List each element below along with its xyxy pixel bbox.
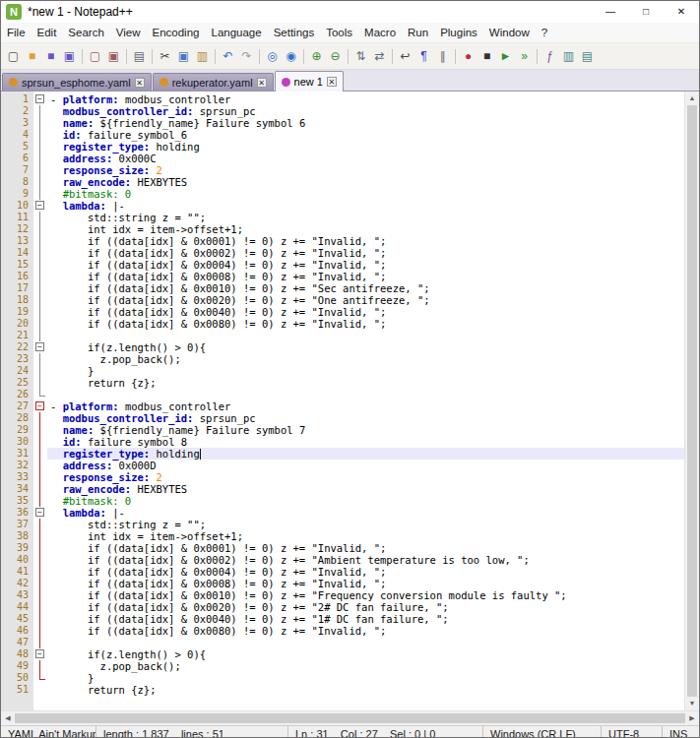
line-number[interactable]: 31 <box>1 448 33 460</box>
save-icon[interactable]: ■ <box>41 47 60 66</box>
line-number[interactable]: 9 <box>1 188 33 200</box>
line-number[interactable]: 6 <box>1 153 33 164</box>
editor[interactable]: 1−- platform: modbus_controller2 modbus_… <box>1 92 684 710</box>
line-number[interactable]: 46 <box>1 625 33 637</box>
document-map-icon[interactable]: ▥ <box>559 47 578 66</box>
fold-toggle-icon[interactable]: − <box>33 93 47 105</box>
menu-tools[interactable]: Tools <box>320 25 358 40</box>
line-number[interactable]: 20 <box>1 318 33 330</box>
menu-run[interactable]: Run <box>402 25 434 40</box>
line-number[interactable]: 14 <box>1 247 33 259</box>
line-number[interactable]: 29 <box>1 424 33 436</box>
code-text[interactable]: response_size: 2 <box>47 471 684 483</box>
fold-toggle-icon[interactable]: − <box>33 341 47 353</box>
code-text[interactable]: if ((data[idx] & 0x0008) != 0) z += "Inv… <box>47 271 684 282</box>
menu-macro[interactable]: Macro <box>358 25 402 40</box>
line-number[interactable]: 51 <box>1 684 33 696</box>
minimize-icon[interactable]: — <box>593 1 628 23</box>
line-number[interactable]: 33 <box>1 471 33 483</box>
code-text[interactable]: if ((data[idx] & 0x0008) != 0) z += "Inv… <box>47 578 684 589</box>
redo-icon[interactable]: ↷ <box>237 47 256 66</box>
code-text[interactable]: register_type: holding <box>47 141 684 153</box>
tab-new-1[interactable]: new 1✕ <box>275 71 344 92</box>
macro-play-icon[interactable]: ► <box>496 47 515 66</box>
code-text[interactable]: id: failure_symbol_6 <box>47 129 684 141</box>
line-number[interactable]: 32 <box>1 460 33 471</box>
menu-view[interactable]: View <box>110 25 147 40</box>
code-text[interactable]: if ((data[idx] & 0x0020) != 0) z += "2# … <box>47 601 684 613</box>
close-all-icon[interactable]: ▣ <box>104 47 123 66</box>
sync-vertical-icon[interactable]: ⇅ <box>351 47 370 66</box>
line-number[interactable]: 37 <box>1 519 33 530</box>
line-number[interactable]: 3 <box>1 117 33 129</box>
zoom-out-icon[interactable]: ⊖ <box>326 47 345 66</box>
line-number[interactable]: 5 <box>1 141 33 153</box>
scroll-up-icon[interactable]: ▲ <box>685 92 699 105</box>
tab-close-icon[interactable]: ✕ <box>135 78 145 88</box>
fold-toggle-icon[interactable]: − <box>33 200 47 212</box>
line-number[interactable]: 7 <box>1 164 33 176</box>
code-text[interactable]: } <box>47 672 684 684</box>
sync-horizontal-icon[interactable]: ⇄ <box>370 47 389 66</box>
code-text[interactable]: address: 0x000D <box>47 460 684 471</box>
code-text[interactable]: response_size: 2 <box>47 164 684 176</box>
undo-icon[interactable]: ↶ <box>219 47 237 66</box>
maximize-icon[interactable]: □ <box>628 1 664 23</box>
menu-search[interactable]: Search <box>62 25 109 40</box>
code-text[interactable]: modbus_controller_id: sprsun_pc <box>47 105 684 117</box>
show-all-chars-icon[interactable]: ¶ <box>414 47 433 66</box>
code-text[interactable]: #bitmask: 0 <box>47 495 684 507</box>
code-text[interactable]: z.pop_back(); <box>47 353 684 365</box>
code-text[interactable]: address: 0x000C <box>47 153 684 164</box>
code-text[interactable]: lambda: |- <box>47 507 684 519</box>
line-number[interactable]: 27 <box>1 400 33 412</box>
line-number[interactable]: 39 <box>1 542 33 554</box>
line-number[interactable]: 2 <box>1 105 33 117</box>
line-number[interactable]: 45 <box>1 613 33 625</box>
line-number[interactable]: 50 <box>1 672 33 684</box>
line-number[interactable]: 4 <box>1 129 33 141</box>
code-text[interactable]: id: failure_symbol_8 <box>47 436 684 448</box>
line-number[interactable]: 26 <box>1 389 33 400</box>
line-number[interactable]: 42 <box>1 578 33 589</box>
code-text[interactable]: if ((data[idx] & 0x0001) != 0) z += "Inv… <box>47 235 684 247</box>
code-text[interactable] <box>47 389 684 400</box>
code-text[interactable]: if ((data[idx] & 0x0002) != 0) z += "Amb… <box>47 554 684 566</box>
code-text[interactable]: if ((data[idx] & 0x0020) != 0) z += "One… <box>47 294 684 306</box>
code-text[interactable]: if ((data[idx] & 0x0010) != 0) z += "Sec… <box>47 282 684 294</box>
menu-encoding[interactable]: Encoding <box>147 25 206 40</box>
code-text[interactable]: register_type: holding <box>47 448 684 460</box>
line-number[interactable]: 1 <box>1 93 33 105</box>
code-text[interactable]: } <box>47 365 684 377</box>
cut-icon[interactable]: ✂ <box>156 47 174 66</box>
scroll-right-icon[interactable]: ▶ <box>685 711 699 725</box>
line-number[interactable]: 34 <box>1 483 33 495</box>
open-folder-icon[interactable]: ■ <box>23 47 41 66</box>
line-number[interactable]: 17 <box>1 282 33 294</box>
line-number[interactable]: 24 <box>1 365 33 377</box>
document-list-icon[interactable]: ▤ <box>578 47 597 66</box>
tab-close-icon[interactable]: ✕ <box>257 78 267 88</box>
status-eol-format[interactable]: Windows (CR LF) <box>482 726 601 738</box>
line-number[interactable]: 23 <box>1 353 33 365</box>
line-number[interactable]: 8 <box>1 176 33 188</box>
code-text[interactable]: return {z}; <box>47 684 684 696</box>
vertical-scrollbar[interactable]: ▲ ▼ <box>684 92 699 710</box>
line-number[interactable]: 48 <box>1 648 33 660</box>
code-text[interactable] <box>47 637 684 648</box>
tab-rekuperator-yaml[interactable]: rekuperator.yaml✕ <box>153 73 274 91</box>
menu-window[interactable]: Window <box>483 25 536 40</box>
line-number[interactable]: 11 <box>1 212 33 223</box>
code-text[interactable]: if(z.length() > 0){ <box>47 648 684 660</box>
tab-sprsun-esphome-yaml[interactable]: sprsun_esphome.yaml✕ <box>2 73 152 91</box>
function-list-icon[interactable]: ƒ <box>541 47 559 66</box>
scroll-left-icon[interactable]: ◀ <box>1 711 15 725</box>
indent-guide-icon[interactable]: ∥ <box>433 47 452 66</box>
macro-stop-icon[interactable]: ■ <box>477 47 496 66</box>
line-number[interactable]: 10 <box>1 200 33 212</box>
vertical-scroll-thumb[interactable] <box>687 105 697 697</box>
code-text[interactable]: int idx = item->offset+1; <box>47 530 684 542</box>
horizontal-scrollbar[interactable]: ◀ ▶ <box>1 710 699 725</box>
code-text[interactable]: #bitmask: 0 <box>47 188 684 200</box>
word-wrap-icon[interactable]: ↩ <box>396 47 414 66</box>
